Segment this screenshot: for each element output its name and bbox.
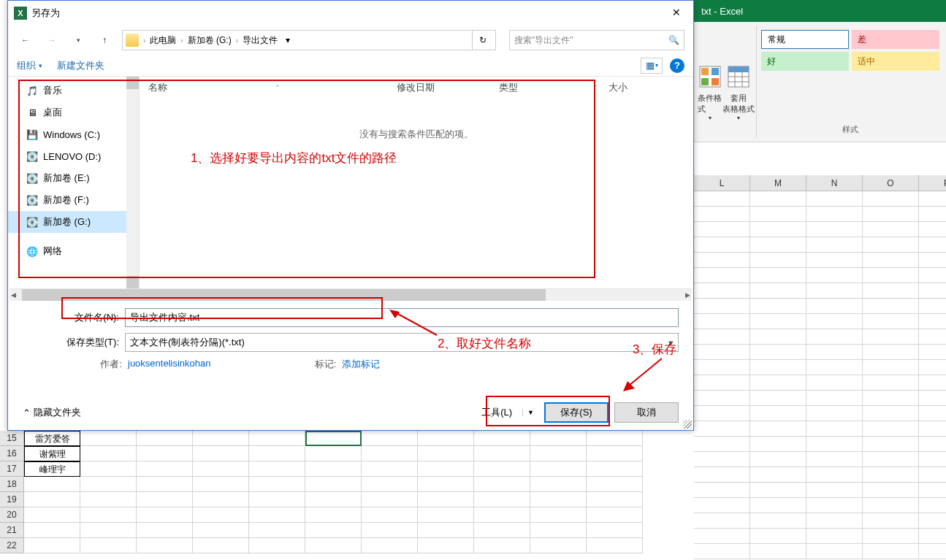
tag-value[interactable]: 添加标记 — [342, 358, 380, 371]
label: 套用 表格格式 — [722, 93, 755, 115]
sidebar-item-drive-g[interactable]: 💽新加卷 (G:) — [8, 211, 139, 233]
row-header[interactable]: 22 — [0, 538, 24, 553]
table-icon — [727, 65, 750, 88]
back-button[interactable]: ← — [17, 31, 34, 49]
refresh-button[interactable]: ↻ — [472, 30, 492, 50]
cell[interactable]: 峰理宇 — [24, 461, 80, 477]
savetype-label: 保存类型(T): — [23, 336, 125, 349]
save-as-dialog: X 另存为 ✕ ← → ▾ ↑ › 此电脑 › 新加卷 (G:) › 导出文件 … — [7, 0, 694, 431]
selected-cell[interactable] — [305, 431, 362, 446]
col-name[interactable]: 名称⌃ — [140, 81, 388, 94]
breadcrumb-item[interactable]: 此电脑 — [150, 34, 176, 47]
label: 条件格式 — [698, 93, 722, 115]
col-size[interactable]: 大小 — [600, 81, 658, 94]
row-header[interactable]: 17 — [0, 461, 24, 477]
search-placeholder: 搜索"导出文件" — [514, 34, 573, 47]
row-header[interactable]: 18 — [0, 477, 24, 492]
row-header[interactable]: 15 — [0, 431, 24, 446]
dialog-footer: ⌃隐藏文件夹 工具(L) ▼ 保存(S) 取消 — [8, 402, 693, 423]
hide-folders-button[interactable]: ⌃隐藏文件夹 — [23, 406, 81, 419]
forward-button[interactable]: → — [43, 31, 61, 49]
annotation-1: 1、选择好要导出内容的txt文件的路径 — [191, 150, 397, 166]
up-button[interactable]: ↑ — [96, 31, 113, 49]
excel-titlebar: txt - Excel — [694, 0, 946, 22]
column-headers: L M N O P — [694, 175, 946, 191]
breadcrumb-item[interactable]: 导出文件 — [243, 34, 278, 47]
dialog-titlebar: X 另存为 ✕ — [8, 1, 693, 26]
excel-icon: X — [14, 7, 27, 20]
sidebar-item-network[interactable]: 🌐网络 — [8, 240, 139, 262]
sidebar-item-drive-f[interactable]: 💽新加卷 (F:) — [8, 189, 139, 211]
help-button[interactable]: ? — [670, 58, 684, 73]
col-header[interactable]: N — [806, 175, 863, 191]
resize-grip[interactable] — [683, 420, 692, 429]
chevron-right-icon: › — [143, 37, 145, 45]
svg-text:X: X — [18, 9, 23, 18]
col-header[interactable]: L — [694, 175, 750, 191]
empty-message: 没有与搜索条件匹配的项。 — [140, 128, 693, 141]
search-input[interactable]: 搜索"导出文件" 🔍 — [509, 30, 684, 50]
sidebar-item-music[interactable]: 🎵音乐 — [8, 80, 139, 101]
annotation-2: 2、取好文件名称 — [438, 335, 531, 352]
nav-bar: ← → ▾ ↑ › 此电脑 › 新加卷 (G:) › 导出文件 ▾ ↻ 搜索"导… — [8, 26, 693, 55]
breadcrumb-item[interactable]: 新加卷 (G:) — [188, 34, 232, 47]
style-mid[interactable]: 适中 — [852, 52, 939, 71]
address-dropdown[interactable]: ▾ — [281, 30, 295, 50]
chevron-right-icon: › — [180, 37, 183, 45]
style-good[interactable]: 好 — [761, 52, 849, 71]
col-type[interactable]: 类型 — [490, 81, 600, 94]
sidebar-item-drive-e[interactable]: 💽新加卷 (E:) — [8, 167, 139, 189]
horizontal-scrollbar[interactable] — [9, 288, 692, 301]
drive-icon: 💽 — [26, 215, 39, 229]
new-folder-button[interactable]: 新建文件夹 — [57, 59, 104, 72]
address-bar[interactable]: › 此电脑 › 新加卷 (G:) › 导出文件 ▾ ↻ — [122, 30, 496, 50]
organize-button[interactable]: 组织▾ — [17, 59, 42, 72]
col-header[interactable]: O — [863, 175, 919, 191]
svg-rect-1 — [701, 68, 709, 75]
desktop-icon: 🖥 — [26, 106, 39, 119]
col-header[interactable]: P — [919, 175, 946, 191]
col-header[interactable]: M — [750, 175, 806, 191]
author-value[interactable]: juoksentelisinkohan — [128, 358, 210, 371]
table-format-button[interactable]: 套用 表格格式 ▾ — [722, 26, 755, 124]
row-header[interactable]: 20 — [0, 507, 24, 523]
style-normal[interactable]: 常规 — [761, 30, 849, 49]
sidebar-item-drive-c[interactable]: 💾Windows (C:) — [8, 123, 139, 145]
cell[interactable]: 谢紫理 — [24, 446, 80, 461]
author-label: 作者: — [23, 358, 128, 371]
recent-dropdown[interactable]: ▾ — [69, 31, 87, 49]
folder-icon — [126, 34, 139, 47]
network-icon: 🌐 — [26, 245, 39, 258]
svg-rect-3 — [701, 78, 709, 85]
list-header: 名称⌃ 修改日期 类型 大小 — [140, 77, 693, 99]
view-button[interactable]: ▦▾ — [641, 58, 663, 74]
style-bad[interactable]: 差 — [852, 30, 939, 49]
cancel-button[interactable]: 取消 — [614, 402, 679, 423]
drive-icon: 💽 — [26, 193, 39, 207]
row-header[interactable]: 19 — [0, 492, 24, 507]
sidebar-item-desktop[interactable]: 🖥桌面 — [8, 101, 139, 123]
music-icon: 🎵 — [26, 84, 39, 97]
arrow-icon — [389, 310, 440, 339]
filename-label: 文件名(N): — [23, 311, 125, 324]
svg-line-13 — [397, 313, 437, 335]
excel-ribbon: 条件格式 ▾ 套用 表格格式 ▾ 常规 差 好 适中 样式 — [694, 22, 946, 142]
svg-rect-2 — [712, 68, 719, 75]
save-button[interactable]: 保存(S) — [544, 402, 609, 423]
close-button[interactable]: ✕ — [660, 1, 693, 24]
row-header[interactable]: 16 — [0, 446, 24, 461]
grid-icon — [698, 65, 722, 88]
sidebar-item-drive-d[interactable]: 💽LENOVO (D:) — [8, 145, 139, 167]
sort-asc-icon: ⌃ — [275, 84, 281, 91]
cell[interactable]: 雷芳爱答 — [24, 431, 80, 446]
col-date[interactable]: 修改日期 — [388, 81, 490, 94]
tools-button[interactable]: 工具(L) — [481, 406, 512, 419]
sidebar-scrollbar[interactable] — [126, 77, 139, 288]
row-header[interactable]: 21 — [0, 523, 24, 538]
chevron-up-icon: ⌃ — [23, 407, 31, 418]
tag-label: 标记: — [298, 358, 342, 371]
conditional-format-button[interactable]: 条件格式 ▾ — [698, 26, 722, 124]
dialog-title: 另存为 — [31, 7, 60, 20]
svg-rect-6 — [728, 66, 749, 72]
tools-dropdown[interactable]: ▼ — [522, 409, 538, 416]
